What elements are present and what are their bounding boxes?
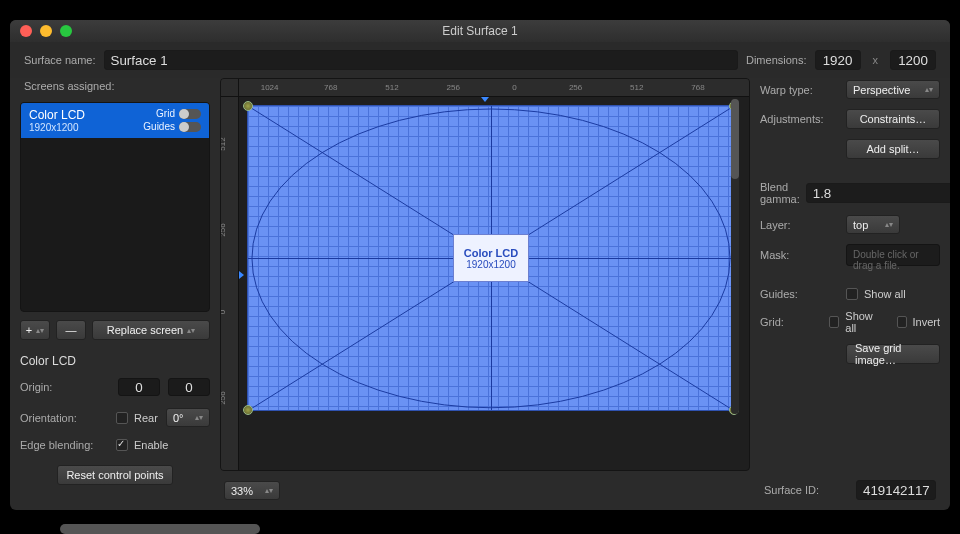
- titlebar: Edit Surface 1: [10, 20, 950, 42]
- screen-chip[interactable]: Color LCD 1920x1200: [453, 234, 529, 282]
- screen-panel-title: Color LCD: [20, 348, 210, 368]
- dim-width-input[interactable]: [815, 50, 861, 70]
- ruler-marker-left-icon: [239, 271, 244, 279]
- ruler-left: 512 256 0 256: [221, 97, 239, 470]
- blend-gamma-label: Blend gamma:: [760, 181, 800, 205]
- grid-invert-checkbox[interactable]: [897, 316, 907, 328]
- zoom-select[interactable]: 33%▴▾: [224, 481, 280, 500]
- grid-toggle-row: Grid: [156, 108, 201, 119]
- enable-checkbox[interactable]: [116, 439, 128, 451]
- origin-y-input[interactable]: [168, 378, 210, 396]
- guides-toggle-row: Guides: [143, 121, 201, 132]
- surface-name-input[interactable]: [104, 50, 738, 70]
- v-scroll-thumb[interactable]: [731, 99, 739, 179]
- main-row: Screens assigned: Color LCD 1920x1200 Gr…: [10, 78, 950, 510]
- surface-id-field[interactable]: [856, 480, 936, 500]
- rear-label: Rear: [134, 412, 160, 424]
- surface-stage[interactable]: Color LCD 1920x1200: [247, 105, 735, 411]
- screen-resolution: 1920x1200: [29, 122, 85, 133]
- control-point-tl[interactable]: [243, 101, 253, 111]
- grid-label: Grid:: [760, 316, 823, 328]
- screen-toggles: Grid Guides: [143, 108, 201, 132]
- grid-showall-label: Show all: [845, 310, 878, 334]
- right-column: Warp type: Perspective▴▾ Adjustments: Co…: [760, 78, 940, 500]
- screens-buttons: +▴▾ — Replace screen▴▾: [20, 320, 210, 340]
- warp-type-select[interactable]: Perspective▴▾: [846, 80, 940, 99]
- grid-invert-label: Invert: [913, 316, 941, 328]
- add-split-button[interactable]: Add split…: [846, 139, 940, 159]
- screen-item[interactable]: Color LCD 1920x1200 Grid Guides: [21, 103, 209, 138]
- layer-select[interactable]: top▴▾: [846, 215, 900, 234]
- surface-id-label: Surface ID:: [764, 484, 819, 496]
- grid-showall-checkbox[interactable]: [829, 316, 839, 328]
- window-title: Edit Surface 1: [10, 24, 950, 38]
- dimensions-label: Dimensions:: [746, 54, 807, 66]
- guides-showall-label: Show all: [864, 288, 940, 300]
- reset-control-points-button[interactable]: Reset control points: [57, 465, 172, 485]
- surface-name-label: Surface name:: [24, 54, 96, 66]
- grid-toggle[interactable]: [179, 109, 201, 119]
- edge-blending-label: Edge blending:: [20, 439, 110, 451]
- screens-list[interactable]: Color LCD 1920x1200 Grid Guides: [20, 102, 210, 312]
- remove-screen-button[interactable]: —: [56, 320, 86, 340]
- layer-label: Layer:: [760, 219, 840, 231]
- guides-toggle-label: Guides: [143, 121, 175, 132]
- left-column: Screens assigned: Color LCD 1920x1200 Gr…: [20, 78, 210, 500]
- origin-row: Origin:: [20, 376, 210, 398]
- center-column: 1024 768 512 256 0 256 512 768 512 256 0…: [220, 78, 750, 500]
- blend-gamma-input[interactable]: [806, 183, 950, 203]
- close-icon[interactable]: [20, 25, 32, 37]
- orientation-label: Orientation:: [20, 412, 110, 424]
- guides-toggle[interactable]: [179, 122, 201, 132]
- control-point-bl[interactable]: [243, 405, 253, 415]
- zoom-control: 33%▴▾: [224, 477, 280, 500]
- screen-item-text: Color LCD 1920x1200: [29, 108, 85, 133]
- edge-blending-row: Edge blending: Enable: [20, 437, 210, 453]
- screens-assigned-label: Screens assigned:: [20, 78, 210, 94]
- minimize-icon[interactable]: [40, 25, 52, 37]
- dim-height-input[interactable]: [890, 50, 936, 70]
- chip-title: Color LCD: [464, 247, 518, 259]
- canvas-bottom-row: 33%▴▾: [220, 471, 750, 500]
- x-separator: x: [869, 54, 883, 66]
- add-screen-button[interactable]: +▴▾: [20, 320, 50, 340]
- warp-type-label: Warp type:: [760, 84, 840, 96]
- guides-showall-checkbox[interactable]: [846, 288, 858, 300]
- rear-checkbox[interactable]: [116, 412, 128, 424]
- ruler-top: 1024 768 512 256 0 256 512 768: [239, 79, 749, 97]
- constraints-button[interactable]: Constraints…: [846, 109, 940, 129]
- screen-name: Color LCD: [29, 108, 85, 122]
- save-grid-image-button[interactable]: Save grid image…: [846, 344, 940, 364]
- window: Edit Surface 1 Surface name: Dimensions:…: [10, 20, 950, 510]
- mask-label: Mask:: [760, 249, 840, 261]
- ruler-corner: [221, 79, 239, 97]
- adjustments-label: Adjustments:: [760, 113, 840, 125]
- origin-label: Origin:: [20, 381, 110, 393]
- zoom-icon[interactable]: [60, 25, 72, 37]
- replace-screen-button[interactable]: Replace screen▴▾: [92, 320, 210, 340]
- top-row: Surface name: Dimensions: x: [10, 42, 950, 78]
- mask-dropzone[interactable]: Double click or drag a file.: [846, 244, 940, 266]
- angle-select[interactable]: 0°▴▾: [166, 408, 210, 427]
- grid-toggle-label: Grid: [156, 108, 175, 119]
- ruler-marker-top-icon: [481, 97, 489, 102]
- chip-subtitle: 1920x1200: [466, 259, 516, 270]
- origin-x-input[interactable]: [118, 378, 160, 396]
- canvas[interactable]: 1024 768 512 256 0 256 512 768 512 256 0…: [220, 78, 750, 471]
- enable-label: Enable: [134, 439, 210, 451]
- vertical-scrollbar[interactable]: [731, 99, 739, 414]
- orientation-row: Orientation: Rear 0°▴▾: [20, 406, 210, 429]
- guides-label: Guides:: [760, 288, 840, 300]
- traffic-lights: [20, 25, 72, 37]
